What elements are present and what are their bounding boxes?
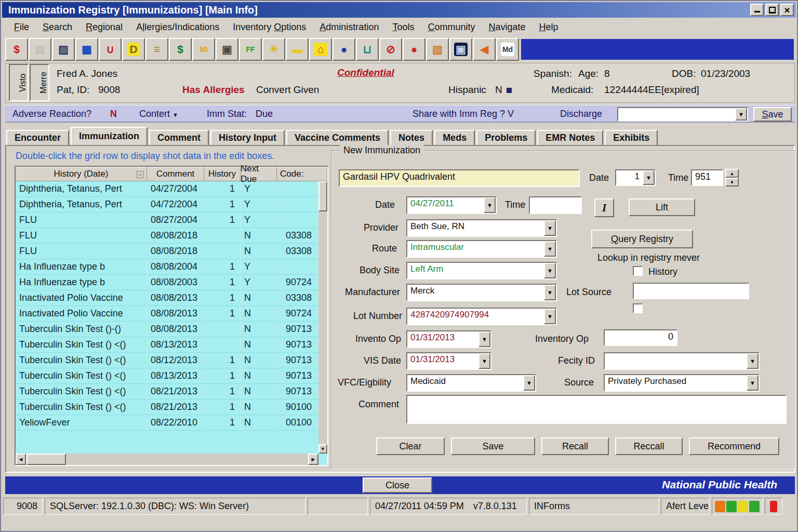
source-combobox[interactable]: Privately Purchased ▼ xyxy=(604,374,760,392)
table-row[interactable]: Tuberculin Skin Test () <()08/21/20131N9… xyxy=(16,384,318,400)
query-registry-button[interactable]: Query Registry xyxy=(591,230,693,248)
vis-date-combobox[interactable]: 01/31/2013 ▼ xyxy=(406,352,491,370)
header-save-button[interactable]: Save xyxy=(753,107,792,122)
vis-date-arrow-icon[interactable]: ▼ xyxy=(478,353,490,369)
table-row[interactable]: FLU08/08/2018N03308 xyxy=(16,228,318,244)
vfc-eligibility-combobox[interactable]: Medicaid ▼ xyxy=(406,374,536,392)
megaphone-icon-button[interactable]: ◀ xyxy=(473,38,496,61)
time-field[interactable] xyxy=(529,196,582,214)
column-header-history-date[interactable]: History (Date)– xyxy=(16,167,147,181)
route-combobox[interactable]: Intramuscular ▼ xyxy=(406,240,557,258)
recall-button[interactable]: Recall xyxy=(541,437,609,455)
tab-vaccine-comments[interactable]: Vaccine Comments xyxy=(286,130,389,145)
window-layout-icon-button[interactable]: ▦ xyxy=(75,38,98,61)
no-sign-icon-button[interactable]: ⊘ xyxy=(379,38,402,61)
column-header-comment[interactable]: Comment xyxy=(147,167,204,181)
menu-allergies-indications[interactable]: Allergies/Indications xyxy=(129,20,226,34)
dose-number-arrow-icon[interactable]: ▼ xyxy=(643,170,655,185)
tab-exhibits[interactable]: Exhibits xyxy=(605,130,658,145)
open-book-icon-button[interactable]: ∪ xyxy=(99,38,122,61)
fifty-icon-button[interactable]: 50 xyxy=(192,38,215,61)
menu-inventory-options[interactable]: Inventory Options xyxy=(226,20,313,34)
menu-regional[interactable]: Regional xyxy=(79,20,129,34)
provider-arrow-icon[interactable]: ▼ xyxy=(544,220,556,236)
recommend-button[interactable]: Recommend xyxy=(689,437,779,455)
ff-icon-button[interactable]: FF xyxy=(239,38,262,61)
table-row[interactable]: Tuberculin Skin Test () <()08/13/20131N9… xyxy=(16,368,318,384)
tab-encounter[interactable]: Encounter xyxy=(6,130,69,145)
lift-button[interactable]: Lift xyxy=(629,198,695,216)
menu-search[interactable]: Search xyxy=(36,20,79,34)
monitor-icon-button[interactable]: ▣ xyxy=(449,38,472,61)
tab-comment[interactable]: Comment xyxy=(149,130,209,145)
disabled-form-icon-button[interactable]: ▤ xyxy=(29,38,51,61)
source-arrow-icon[interactable]: ▼ xyxy=(747,375,759,391)
menu-administration[interactable]: Administration xyxy=(313,20,385,34)
column-header-code[interactable]: Code: xyxy=(277,167,327,181)
home-icon-button[interactable]: ⌂ xyxy=(309,38,332,61)
lot-number-combobox[interactable]: 4287420974907994 ▼ xyxy=(406,308,557,325)
reccall-button[interactable]: Reccall xyxy=(615,437,683,455)
tab-history-input[interactable]: History Input xyxy=(210,130,285,145)
tab-immunization[interactable]: Immunization xyxy=(71,127,148,145)
close-window-button[interactable]: × xyxy=(780,4,794,16)
grid-vertical-scrollbar[interactable]: ▼ xyxy=(318,181,327,454)
table-row[interactable]: Tuberculin Skin Test ()-()08/08/2013N907… xyxy=(16,322,318,337)
forklift-icon-button[interactable]: ⊔ xyxy=(356,38,379,61)
grid-hscroll-left-arrow[interactable]: ◀ xyxy=(16,454,26,465)
table-row[interactable]: Inactivated Polio Vaccine08/08/20131N907… xyxy=(16,306,318,322)
time-spinner[interactable]: ▲ ▼ xyxy=(725,169,739,187)
contert-dropdown[interactable]: Contert ▼ xyxy=(139,109,178,119)
comment-textarea[interactable] xyxy=(406,395,787,424)
italic-i-button[interactable]: I xyxy=(594,198,614,217)
table-row[interactable]: Tuberculin Skin Test () <()08/12/20131N9… xyxy=(16,353,318,368)
body-site-arrow-icon[interactable]: ▼ xyxy=(544,263,556,278)
table-row[interactable]: FLU08/27/20041Y xyxy=(16,212,318,228)
menu-file[interactable]: File xyxy=(7,20,36,34)
tab-emr-notes[interactable]: EMR Notes xyxy=(537,130,603,145)
table-row[interactable]: Inactivated Polio Vaccine08/08/20131N033… xyxy=(16,290,318,306)
inventory-op-field[interactable]: 0 xyxy=(604,329,677,346)
tab-notes[interactable]: Notes xyxy=(390,130,433,145)
table-row[interactable]: FLU08/08/2018N03308 xyxy=(16,244,318,259)
column-header-next-due[interactable]: Next Due xyxy=(241,167,277,181)
table-row[interactable]: Tuberculin Skin Test () <()08/13/2013N90… xyxy=(16,337,318,353)
manufacturer-arrow-icon[interactable]: ▼ xyxy=(544,285,556,300)
dollar-icon-button[interactable]: $ xyxy=(169,38,192,61)
menu-navigate[interactable]: Navigate xyxy=(482,20,532,34)
discharge-combobox-arrow-icon[interactable]: ▼ xyxy=(735,108,747,121)
lot-checkbox[interactable] xyxy=(633,303,643,313)
time-spin-up-icon[interactable]: ▲ xyxy=(725,169,739,178)
date-arrow-icon[interactable]: ▼ xyxy=(484,197,496,213)
close-button[interactable]: Close xyxy=(363,477,432,493)
grid-hscroll-right-arrow[interactable]: ▶ xyxy=(308,454,318,465)
visto-side-button[interactable]: Visto xyxy=(9,64,29,101)
copy-pages-icon-button[interactable]: ▣ xyxy=(216,38,238,61)
time-spin-field[interactable]: 951 xyxy=(691,169,723,186)
tab-problems[interactable]: Problems xyxy=(476,130,536,145)
fecity-id-combobox[interactable]: ▼ xyxy=(604,352,760,370)
signature-icon-button[interactable]: Md xyxy=(496,38,519,61)
date-combobox[interactable]: 04/27/2011 ▼ xyxy=(406,196,497,214)
lot-source-field[interactable] xyxy=(633,283,749,299)
lot-number-arrow-icon[interactable]: ▼ xyxy=(544,309,556,324)
grid-horizontal-scrollbar[interactable]: ◀ ▶ xyxy=(16,454,318,465)
restore-button[interactable] xyxy=(765,4,779,16)
menu-help[interactable]: Help xyxy=(533,20,565,34)
table-row[interactable]: Ha Influenzae type b08/08/20041Y xyxy=(16,259,318,275)
provider-combobox[interactable]: Beth Sue, RN ▼ xyxy=(406,219,557,237)
body-site-combobox[interactable]: Left Arm ▼ xyxy=(406,262,557,280)
ball-chart-icon-button[interactable]: ● xyxy=(332,38,355,61)
photo-icon-button[interactable]: ▧ xyxy=(426,38,449,61)
vaccine-name-field[interactable]: Gardasil HPV Quadrivalent xyxy=(339,169,580,187)
clear-button[interactable]: Clear xyxy=(376,437,445,455)
fecity-id-arrow-icon[interactable]: ▼ xyxy=(747,353,759,369)
table-row[interactable]: Diphtheria, Tetanus, Pert04/72/20041Y xyxy=(16,197,318,212)
manufacturer-combobox[interactable]: Merck ▼ xyxy=(406,284,557,301)
table-row[interactable]: Tuberculin Skin Test () <()08/21/20131N9… xyxy=(16,400,318,415)
tab-meds[interactable]: Meds xyxy=(434,130,475,145)
grid-vscroll-thumb[interactable] xyxy=(318,181,327,211)
route-arrow-icon[interactable]: ▼ xyxy=(544,241,556,257)
minimize-button[interactable] xyxy=(750,4,764,16)
menu-tools[interactable]: Tools xyxy=(385,20,421,34)
